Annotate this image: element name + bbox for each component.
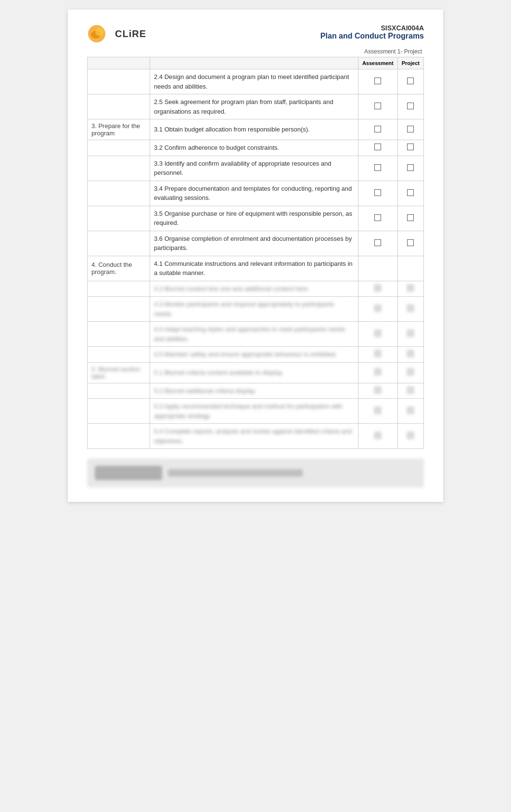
checkbox-icon-assessment[interactable] bbox=[374, 78, 381, 84]
checkbox-icon-project-blurred bbox=[407, 305, 414, 312]
checkbox-icon-project-blurred bbox=[407, 330, 414, 337]
criteria-cell: 5.4 Complete reports, analysis and revie… bbox=[150, 424, 358, 449]
checkbox-icon-assessment[interactable] bbox=[374, 214, 381, 221]
checkbox-project[interactable] bbox=[397, 181, 423, 206]
criteria-cell: 2.5 Seek agreement for program plan from… bbox=[150, 94, 358, 119]
title-area: SISXCAI004A Plan and Conduct Programs bbox=[320, 24, 424, 40]
checkbox-icon-assessment[interactable] bbox=[374, 126, 381, 132]
table-row: 4.5 Maintain safety and ensure appropria… bbox=[88, 347, 424, 363]
checkbox-icon-assessment[interactable] bbox=[374, 144, 381, 150]
checkbox-assessment[interactable] bbox=[358, 119, 397, 140]
section-cell: 4. Conduct the program. bbox=[88, 256, 150, 281]
checkbox-icon-project[interactable] bbox=[407, 189, 414, 196]
table-row: 5.4 Complete reports, analysis and revie… bbox=[88, 424, 424, 449]
checkbox-project[interactable] bbox=[397, 119, 423, 140]
checkbox-project bbox=[397, 281, 423, 297]
table-row: 4.3 Monitor participants and respond app… bbox=[88, 297, 424, 322]
checkbox-icon-assessment-blurred bbox=[374, 432, 381, 439]
section-cell bbox=[88, 322, 150, 347]
table-row: 5. Blurred section label.5.1 Blurred cri… bbox=[88, 362, 424, 383]
checkbox-assessment[interactable] bbox=[358, 69, 397, 94]
checkbox-assessment bbox=[358, 256, 397, 281]
checkbox-icon-project-blurred bbox=[407, 432, 414, 439]
col-check1-header: Assessment bbox=[358, 57, 397, 69]
checkbox-icon-assessment[interactable] bbox=[374, 239, 381, 246]
checkbox-icon-project[interactable] bbox=[407, 103, 414, 109]
checkbox-assessment bbox=[358, 383, 397, 399]
checkbox-assessment[interactable] bbox=[358, 156, 397, 181]
checkbox-icon-assessment-blurred bbox=[374, 285, 381, 291]
checkbox-icon-assessment[interactable] bbox=[374, 189, 381, 196]
checkbox-assessment bbox=[358, 297, 397, 322]
table-row: 3.4 Prepare documentation and templates … bbox=[88, 181, 424, 206]
section-cell bbox=[88, 140, 150, 156]
section-cell bbox=[88, 94, 150, 119]
checkbox-project[interactable] bbox=[397, 156, 423, 181]
criteria-cell: 3.5 Organise purchase or hire of equipme… bbox=[150, 206, 358, 231]
criteria-cell: 3.4 Prepare documentation and templates … bbox=[150, 181, 358, 206]
footer-blurred bbox=[87, 458, 424, 487]
checkbox-icon-assessment[interactable] bbox=[374, 103, 381, 109]
checkbox-project bbox=[397, 383, 423, 399]
checkbox-icon-project-blurred bbox=[407, 387, 414, 393]
col-criteria-header bbox=[150, 57, 358, 69]
checkbox-icon-project[interactable] bbox=[407, 144, 414, 150]
checkbox-assessment bbox=[358, 362, 397, 383]
checkbox-icon-project[interactable] bbox=[407, 164, 414, 171]
table-row: 3.3 Identify and confirm availability of… bbox=[88, 156, 424, 181]
checkbox-icon-assessment-blurred bbox=[374, 387, 381, 393]
table-row: 3.2 Confirm adherence to budget constrai… bbox=[88, 140, 424, 156]
checkbox-icon-project-blurred bbox=[407, 368, 414, 375]
table-row: 3. Prepare for the program3.1 Obtain bud… bbox=[88, 119, 424, 140]
section-cell bbox=[88, 181, 150, 206]
checkbox-icon-assessment[interactable] bbox=[374, 164, 381, 171]
checkbox-icon-project[interactable] bbox=[407, 239, 414, 246]
checkbox-assessment[interactable] bbox=[358, 140, 397, 156]
checkbox-project bbox=[397, 347, 423, 363]
section-cell: 3. Prepare for the program bbox=[88, 119, 150, 140]
checkbox-project[interactable] bbox=[397, 140, 423, 156]
title-code: SISXCAI004A bbox=[320, 24, 424, 32]
criteria-cell: 5.2 Blurred additional criteria display. bbox=[150, 383, 358, 399]
checkbox-assessment bbox=[358, 281, 397, 297]
logo-text: CLiRE bbox=[115, 28, 146, 39]
checkbox-project bbox=[397, 297, 423, 322]
checkbox-assessment[interactable] bbox=[358, 94, 397, 119]
checkbox-icon-project[interactable] bbox=[407, 214, 414, 221]
checkbox-icon-project-blurred bbox=[407, 407, 414, 414]
checkbox-assessment bbox=[358, 424, 397, 449]
criteria-cell: 3.3 Identify and confirm availability of… bbox=[150, 156, 358, 181]
criteria-cell: 4.3 Monitor participants and respond app… bbox=[150, 297, 358, 322]
checkbox-icon-project[interactable] bbox=[407, 78, 414, 84]
section-cell bbox=[88, 424, 150, 449]
section-cell bbox=[88, 347, 150, 363]
table-row: 4.4 Adapt teaching styles and approaches… bbox=[88, 322, 424, 347]
checkbox-project bbox=[397, 424, 423, 449]
checkbox-project[interactable] bbox=[397, 94, 423, 119]
checkbox-assessment[interactable] bbox=[358, 231, 397, 256]
section-cell bbox=[88, 297, 150, 322]
criteria-cell: 4.1 Communicate instructions and relevan… bbox=[150, 256, 358, 281]
criteria-cell: 3.2 Confirm adherence to budget constrai… bbox=[150, 140, 358, 156]
section-cell bbox=[88, 206, 150, 231]
section-cell bbox=[88, 281, 150, 297]
table-row: 3.6 Organise completion of enrolment and… bbox=[88, 231, 424, 256]
checkbox-project[interactable] bbox=[397, 69, 423, 94]
checkbox-project bbox=[397, 399, 423, 424]
table-row: 4.2 Blurred content line one and additio… bbox=[88, 281, 424, 297]
criteria-cell: 5.1 Blurred criteria content available t… bbox=[150, 362, 358, 383]
checkbox-assessment[interactable] bbox=[358, 206, 397, 231]
checkbox-assessment[interactable] bbox=[358, 181, 397, 206]
checkbox-project[interactable] bbox=[397, 206, 423, 231]
checkbox-icon-assessment-blurred bbox=[374, 407, 381, 414]
logo-area: CLiRE bbox=[87, 24, 146, 43]
col-check2-header: Project bbox=[397, 57, 423, 69]
checkbox-icon-assessment-blurred bbox=[374, 330, 381, 337]
clire-logo-icon bbox=[87, 24, 112, 43]
checkbox-project[interactable] bbox=[397, 231, 423, 256]
criteria-cell: 3.6 Organise completion of enrolment and… bbox=[150, 231, 358, 256]
checkbox-assessment bbox=[358, 399, 397, 424]
checkbox-icon-project[interactable] bbox=[407, 126, 414, 132]
checkbox-icon-project-blurred bbox=[407, 350, 414, 357]
page-container: CLiRE SISXCAI004A Plan and Conduct Progr… bbox=[68, 10, 443, 502]
